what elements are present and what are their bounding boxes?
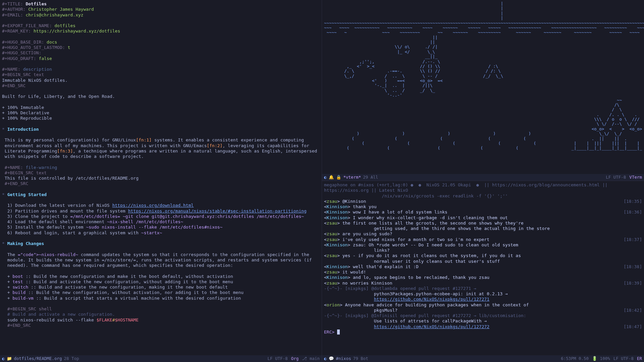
irc-line: <padding> links? xyxy=(324,248,642,253)
state-icon: ◐ xyxy=(2,356,5,361)
battery-icon: 🔋 100% xyxy=(592,356,610,361)
modeline-vterm: ◐ 🔔 🔒 *vterm* 29 All LF UTF-8 VTerm xyxy=(322,174,644,181)
irc-line: <zsau> yes - if you do it as root it cle… xyxy=(324,253,642,258)
irc-line: -{~^~}- [nixpkgs] @Infinisil opened pull… xyxy=(324,313,642,318)
bell-icon: 🔔 xyxy=(329,175,334,180)
lock-icon: 🔒 xyxy=(336,175,341,180)
irc-line: <Kinnison> and lo, space begins to be re… xyxy=(324,275,642,280)
irc-line: <padding> Use lists of attrsets for call… xyxy=(324,318,642,324)
irc-line: [18:36]<Kinnison> wow I have a lot of ol… xyxy=(324,209,642,215)
step-item: 5) Install the default system ~sudo nixo… xyxy=(7,225,320,230)
op-item: + switch :: Build and activate the new c… xyxy=(7,285,320,290)
state-icon: ◐ xyxy=(324,175,327,180)
irc-line: <Kinnison> zsau: Oh *rude words* -- Do I… xyxy=(324,242,642,248)
irc-line: [18:35]<zsau> @Kinnison xyxy=(324,199,642,204)
irc-line: <Kinnison> I wonder why nix-collect-garb… xyxy=(324,215,642,221)
irc-prompt[interactable]: ERC> xyxy=(324,329,337,335)
git-branch-icon: ⎇ main xyxy=(302,356,320,361)
irc-buffer[interactable]: megaphone on #nixos (+nrt,lag:0) ● ● Nix… xyxy=(322,181,644,362)
step-item: 3) Clone the project to =/mnt/etc/dotfil… xyxy=(7,214,320,219)
ascii-art: | | | xyxy=(324,1,642,151)
irc-line: -{~^~}- [nixpkgs] @dotlambda opened pull… xyxy=(324,286,642,291)
step-item: 6) Reboot and login, start a graphical s… xyxy=(7,230,320,236)
chat-icon: 💬 xyxy=(329,356,334,361)
irc-line: <orion> Anyone have advice for building … xyxy=(324,302,642,308)
modeline-irc: ◐ 💬 #nixos 79 Bot 6:53PM 0.50 🔋 100% LF … xyxy=(322,355,644,362)
folder-icon: 📁 xyxy=(7,356,12,361)
step-item: 4) Load the default shell environment ~n… xyxy=(7,219,320,225)
irc-line: [18:47]<padding> https://github.com/NixO… xyxy=(324,324,642,329)
op-item: + build-vm :: Build a script that starts… xyxy=(7,296,320,301)
irc-topic: megaphone on #nixos (+nrt,lag:0) ● ● Nix… xyxy=(324,182,642,193)
op-item: + test :: Build and activate the new con… xyxy=(7,279,320,285)
irc-line: <padding> https://github.com/NixOS/nixpk… xyxy=(324,297,642,302)
irc-line: <zsau> it would! xyxy=(324,269,642,275)
irc-line: <padding> python3Packages.python-ecobee-… xyxy=(324,291,642,297)
irc-line: [18:37]<zsau> i've only used nixos for a… xyxy=(324,237,642,242)
org-content: #+TITLE: Dotfiles #+AUTHOR: Christopher … xyxy=(2,1,320,328)
step-item: 2) Partition drives and mount the file s… xyxy=(7,208,320,214)
irc-line: <padding> getting used, and the third on… xyxy=(324,226,642,231)
irc-line: [18:42]<padding> pkgsMusl? xyxy=(324,308,642,313)
irc-line: <Kinnison> thank you xyxy=(324,204,642,209)
op-item: + boot :: Build the new configuration an… xyxy=(7,274,320,279)
kw-title: #+TITLE: xyxy=(2,1,23,6)
op-item: + build :: Build the new configuration, … xyxy=(7,290,320,295)
irc-line: <zsau> the first one lists all the gcroo… xyxy=(324,221,642,226)
org-buffer[interactable]: #+TITLE: Dotfiles #+AUTHOR: Christopher … xyxy=(0,0,322,362)
irc-line: <zsau> are you using sudo? xyxy=(324,231,642,237)
irc-line: [18:38]<Kinnison> well that'd explain it… xyxy=(324,264,642,269)
step-item: 1) Download the latest version of NixOS … xyxy=(7,203,320,208)
irc-line: <padding> normal user it only cleans out… xyxy=(324,259,642,264)
modeline-editor: ◐ 📁 dotfiles/README.org 28 Top LF UTF-8 … xyxy=(0,355,322,362)
irc-line: [18:39]<zsau> no worries Kinnison xyxy=(324,281,642,286)
state-icon: ◐ xyxy=(324,356,327,361)
vterm-buffer[interactable]: | | | xyxy=(322,0,644,181)
